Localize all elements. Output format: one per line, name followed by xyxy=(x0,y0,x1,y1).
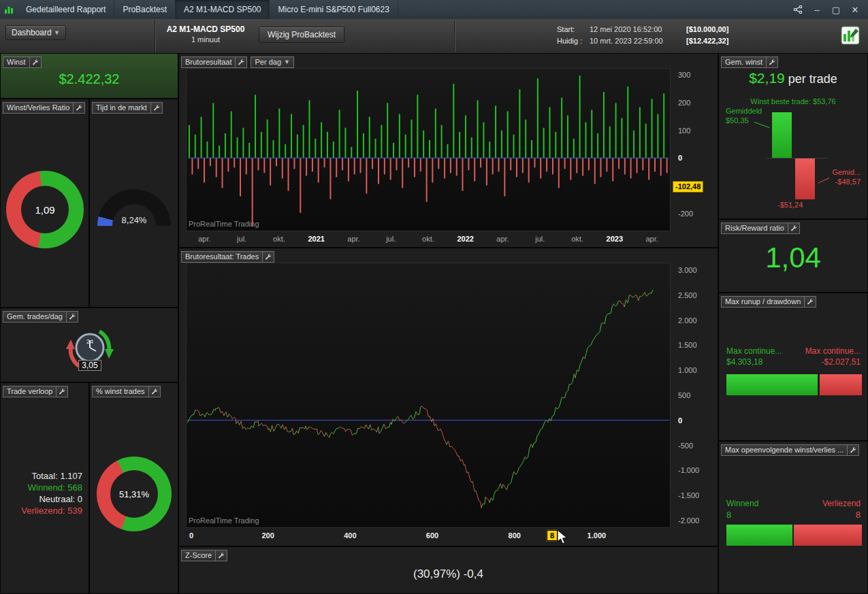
report-calculator-icon[interactable] xyxy=(839,24,861,46)
panel-header: Brutoresultaat: Trades xyxy=(181,251,274,263)
wrench-icon[interactable] xyxy=(30,56,42,68)
x-axis-tick: 400 xyxy=(344,531,356,540)
panel-title: Gem. trades/dag xyxy=(3,311,67,323)
panel-zscore: Z-Score (30,97%) -0,4 xyxy=(178,546,718,594)
trades-per-day-value: 3,05 xyxy=(71,359,109,371)
zscore-value: (30,97%) -0,4 xyxy=(179,567,718,581)
panel-tijd-in-de-markt: Tijd in de markt 8,24% xyxy=(89,99,178,308)
wrench-icon[interactable] xyxy=(149,386,161,397)
consecutive-loss-value: 8 xyxy=(856,510,861,520)
panel-title: Max runup / drawdown xyxy=(721,296,805,308)
y-axis-tick: 0 xyxy=(678,416,682,425)
wijzig-label: Wijzig ProBacktest xyxy=(268,30,336,39)
dashboard-dropdown[interactable]: Dashboard ▼ xyxy=(5,25,66,40)
y-axis-tick: 3.000 xyxy=(678,265,697,275)
x-axis-tick: 0 xyxy=(189,531,193,540)
current-capital: [$12.422,32] xyxy=(686,35,728,47)
wrench-icon[interactable] xyxy=(788,222,800,234)
avg-win-label: Gemiddeld xyxy=(726,107,762,115)
wrench-icon[interactable] xyxy=(216,550,227,561)
wrench-icon[interactable] xyxy=(848,444,859,456)
panel-winst-header: Winst xyxy=(3,56,42,68)
trades-winning-row: Winnend: 568 xyxy=(7,482,82,493)
panel-title: Risk/Reward ratio xyxy=(721,222,788,234)
tab-gedetailleerd-rapport[interactable]: Gedetailleerd Rapport xyxy=(18,0,114,19)
current-label: Huidig : xyxy=(557,35,590,47)
panel-brutoresultaat-per-dag: Brutoresultaat Per dag▼ ProRealTime Trad… xyxy=(178,53,718,248)
start-datetime: 12 mei 2020 16:52:00 xyxy=(590,24,686,35)
panel-title: Z-Score xyxy=(181,550,216,561)
max-runup-label: Max continue... xyxy=(726,346,782,356)
wrench-icon[interactable] xyxy=(67,311,78,323)
daily-results-chart[interactable]: ProRealTime Trading xyxy=(186,68,671,231)
max-drawdown-value: -$2.027,51 xyxy=(822,357,861,367)
panel-header: Max runup / drawdown xyxy=(721,296,816,308)
panel-title: Winst xyxy=(3,56,30,68)
system-info: A2 M1-MACD SP500 1 minuut xyxy=(158,24,253,44)
wrench-icon[interactable] xyxy=(805,296,816,308)
time-in-market-value: 8,24% xyxy=(97,215,171,225)
wrench-icon[interactable] xyxy=(57,386,68,397)
tab-instrument[interactable]: Micro E-mini S&P500 Full0623 xyxy=(270,0,398,19)
max-runup-value: $4.303,18 xyxy=(726,357,762,367)
wrench-icon[interactable] xyxy=(767,56,778,68)
tab-label: ProBacktest xyxy=(123,5,167,14)
avg-profit-value: $2,19 xyxy=(749,70,785,86)
equity-curve-chart[interactable]: ProRealTime Trading xyxy=(186,263,671,528)
tab-probacktest[interactable]: ProBacktest xyxy=(114,0,176,19)
trades-total-row: Totaal: 1.107 xyxy=(7,470,82,482)
start-label: Start: xyxy=(557,24,590,35)
panel-title: Max opeenvolgende winst/verlies ... xyxy=(721,444,848,456)
period-dropdown-value: Per dag xyxy=(255,57,281,67)
panel-winst: Winst $2.422,32 xyxy=(0,53,178,99)
connector-line xyxy=(818,178,829,184)
minimize-button[interactable]: – xyxy=(811,3,823,16)
titlebar: Gedetailleerd Rapport ProBacktest A2 M1-… xyxy=(0,0,868,20)
wrench-icon[interactable] xyxy=(263,251,274,263)
avg-loss-value: -$48,57 xyxy=(835,178,861,186)
daily-x-axis: apr.jul.okt.2021apr.jul.okt.2022apr.jul.… xyxy=(186,232,671,247)
wrench-icon[interactable] xyxy=(236,56,247,68)
wrench-icon[interactable] xyxy=(74,102,85,114)
y-axis-tick: 2.000 xyxy=(678,316,697,325)
panel-header: Gem. trades/dag xyxy=(3,311,78,323)
close-button[interactable]: ✕ xyxy=(849,3,861,16)
avg-loss-label: Gemid... xyxy=(832,168,861,176)
equity-x-axis: 8 02004006008001.000 xyxy=(186,529,671,546)
win-loss-ratio-donut: 1,09 xyxy=(6,171,84,248)
daily-bars-svg xyxy=(187,69,670,231)
avg-win-value: $50,35 xyxy=(726,116,749,125)
panel-winst-verlies-ratio: Winst/Verlies Ratio 1,09 xyxy=(0,99,89,308)
consecutive-loss-bar xyxy=(794,525,862,546)
x-axis-tick: 600 xyxy=(426,531,438,540)
x-axis-tick: jul. xyxy=(223,232,261,247)
y-axis-tick: 0 xyxy=(678,153,682,163)
panel-gem-winst: Gem. winst $2,19 per trade Winst beste t… xyxy=(718,53,868,219)
avg-loss-bar xyxy=(795,159,815,199)
chevron-down-icon: ▼ xyxy=(54,29,60,36)
app-window: Gedetailleerd Rapport ProBacktest A2 M1-… xyxy=(0,0,868,594)
x-axis-tick: 2022 xyxy=(447,232,484,247)
maximize-button[interactable]: ▢ xyxy=(830,3,842,16)
y-axis-tick: 300 xyxy=(678,70,690,80)
y-axis-tick: -500 xyxy=(678,441,693,450)
x-axis-tick: 1.000 xyxy=(588,531,607,540)
wrench-icon[interactable] xyxy=(151,102,163,114)
consecutive-loss-label: Verliezend xyxy=(822,499,861,508)
system-name: A2 M1-MACD SP500 xyxy=(158,24,253,35)
panel-title: Trade verloop xyxy=(3,386,57,397)
y-axis-tick: 100 xyxy=(678,126,690,135)
share-icon[interactable] xyxy=(792,3,804,16)
x-axis-tick: apr. xyxy=(484,232,521,247)
panel-title: Brutoresultaat: Trades xyxy=(181,251,263,263)
wijzig-probacktest-button[interactable]: Wijzig ProBacktest xyxy=(259,27,344,43)
y-axis-tick: 1.500 xyxy=(678,340,697,350)
panel-header: Z-Score xyxy=(181,550,227,561)
panel-max-runup-drawdown: Max runup / drawdown Max continue... $4.… xyxy=(718,293,868,441)
runup-bar xyxy=(726,374,818,395)
tab-system[interactable]: A2 M1-MACD SP500 xyxy=(176,0,270,19)
panel-header: Max opeenvolgende winst/verlies ... xyxy=(721,444,859,456)
x-axis-tick: 2023 xyxy=(596,232,633,247)
period-dropdown[interactable]: Per dag▼ xyxy=(251,56,293,68)
avg-win-bar xyxy=(772,112,792,158)
